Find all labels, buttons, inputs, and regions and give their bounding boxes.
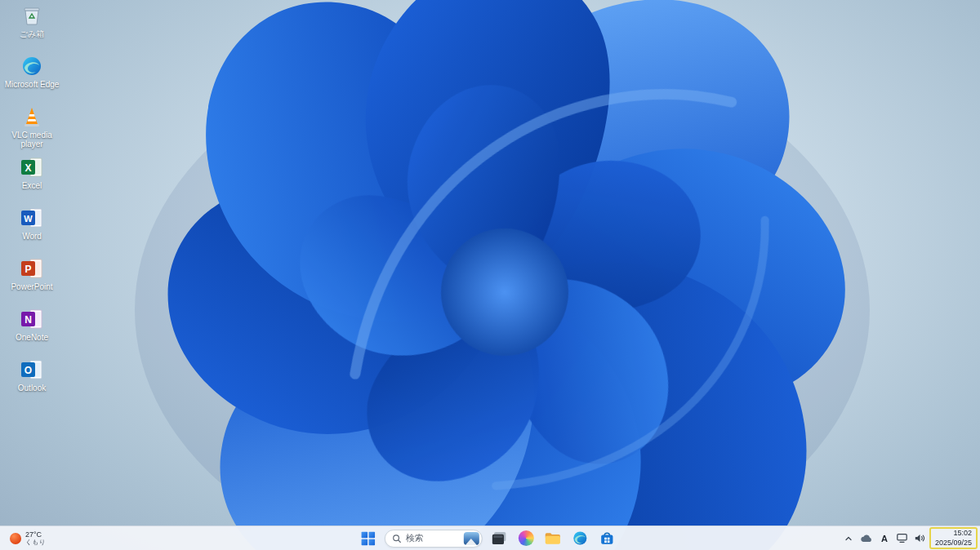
- desktop-icon-onenote[interactable]: N OneNote: [0, 307, 64, 357]
- start-button[interactable]: [358, 528, 379, 549]
- edge-icon: [20, 54, 44, 78]
- cloud-icon: [860, 534, 873, 543]
- dark-window-icon: [491, 531, 506, 545]
- desktop: ごみ箱 Microsoft Edge: [0, 0, 980, 550]
- desktop-icon-label: PowerPoint: [11, 282, 52, 291]
- ime-mode-button[interactable]: A: [876, 528, 893, 549]
- network-icon: [896, 533, 908, 543]
- edge-icon: [572, 530, 587, 546]
- excel-icon: X: [20, 155, 44, 180]
- search-placeholder: 検索: [406, 532, 460, 544]
- clock-highlight[interactable]: 15:02 2025/09/25: [929, 527, 978, 549]
- ime-mode-indicator: A: [881, 534, 888, 543]
- svg-text:X: X: [24, 162, 31, 174]
- windows-logo-icon: [361, 531, 376, 546]
- desktop-icon-label: VLC media player: [2, 131, 62, 149]
- onedrive-button[interactable]: [858, 528, 875, 549]
- file-explorer-button[interactable]: [542, 528, 564, 549]
- word-icon: W: [20, 206, 44, 230]
- widgets-weather-button[interactable]: 27°C くもり: [5, 526, 51, 550]
- task-view-button[interactable]: [488, 528, 510, 549]
- volume-button[interactable]: [911, 528, 929, 549]
- desktop-icon-recycle-bin[interactable]: ごみ箱: [0, 3, 64, 54]
- edge-taskbar-button[interactable]: [569, 528, 590, 549]
- recycle-bin-icon: [20, 3, 44, 28]
- speaker-icon: [914, 533, 926, 543]
- clock-time: 15:02: [953, 529, 972, 538]
- desktop-icon-excel[interactable]: X Excel: [0, 155, 64, 206]
- network-button[interactable]: [893, 528, 911, 549]
- copilot-icon: [518, 530, 533, 546]
- onenote-icon: N: [20, 307, 44, 331]
- desktop-icon-edge[interactable]: Microsoft Edge: [0, 54, 64, 104]
- desktop-icon-powerpoint[interactable]: P PowerPoint: [0, 256, 64, 307]
- desktop-icon-grid: ごみ箱 Microsoft Edge: [0, 3, 64, 408]
- svg-text:N: N: [24, 314, 32, 326]
- copilot-button[interactable]: [515, 528, 537, 549]
- desktop-icon-label: Word: [22, 232, 42, 241]
- svg-text:O: O: [24, 365, 32, 376]
- vlc-icon: [20, 104, 44, 129]
- desktop-icon-label: Excel: [22, 181, 42, 190]
- tray-overflow-button[interactable]: [840, 528, 857, 549]
- desktop-icon-word[interactable]: W Word: [0, 206, 64, 256]
- chevron-up-icon: [844, 534, 853, 543]
- microsoft-store-button[interactable]: [596, 528, 617, 549]
- search-highlight-thumbnail: [464, 532, 479, 545]
- svg-text:W: W: [24, 214, 33, 224]
- taskbar-center: 検索: [358, 526, 617, 550]
- store-bag-icon: [599, 530, 614, 546]
- weather-icon: [10, 533, 21, 544]
- weather-condition: くもり: [25, 539, 46, 546]
- folder-icon: [545, 531, 561, 545]
- desktop-icon-label: Outlook: [18, 384, 46, 393]
- svg-text:P: P: [24, 264, 31, 275]
- weather-text: 27°C くもり: [25, 530, 46, 547]
- system-tray: A 15:02 2025/09/25: [840, 526, 978, 550]
- taskbar-search-box[interactable]: 検索: [385, 530, 483, 548]
- search-icon: [392, 534, 402, 543]
- wallpaper-bloom: [0, 0, 980, 550]
- clock-date: 2025/09/25: [935, 539, 972, 548]
- desktop-icon-label: ごみ箱: [20, 29, 44, 38]
- weather-temperature: 27°C: [25, 530, 46, 539]
- desktop-icon-vlc[interactable]: VLC media player: [0, 104, 64, 155]
- desktop-icon-outlook[interactable]: O Outlook: [0, 357, 64, 408]
- powerpoint-icon: P: [20, 256, 44, 281]
- outlook-icon: O: [20, 357, 44, 382]
- desktop-icon-label: OneNote: [16, 333, 48, 342]
- desktop-icon-label: Microsoft Edge: [5, 80, 60, 89]
- taskbar: 27°C くもり: [0, 526, 980, 550]
